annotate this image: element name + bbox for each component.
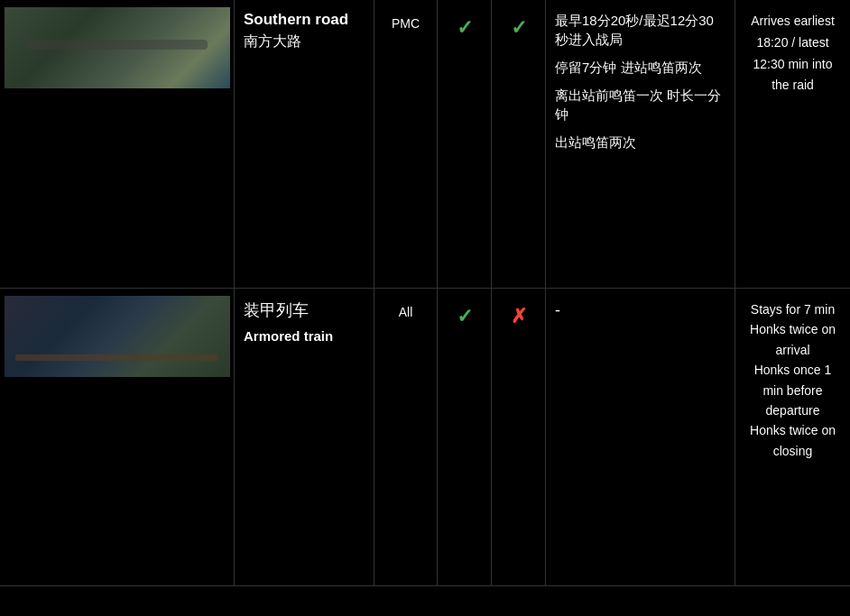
faction-label-armored: All bbox=[399, 305, 413, 319]
info-dash-armored: - bbox=[555, 299, 725, 322]
col-name-armored: 装甲列车 Armored train bbox=[235, 289, 374, 585]
col-info-southern: 最早18分20秒/最迟12分30秒进入战局 停留7分钟 进站鸣笛两次 离出站前鸣… bbox=[546, 0, 735, 288]
name-chinese-southern: 南方大路 bbox=[244, 32, 301, 51]
col-extract-southern: ✓ bbox=[438, 0, 492, 288]
extract-check-southern: ✓ bbox=[457, 16, 473, 40]
table-row-armored: 装甲列车 Armored train All ✓ ✗ - Stays for 7… bbox=[0, 289, 850, 586]
name-chinese-armored: 装甲列车 bbox=[244, 299, 309, 321]
notes-text-southern: Arrives earliest 18:20 / latest 12:30 mi… bbox=[743, 11, 843, 97]
notes-text-armored: Stays for 7 min Honks twice on arrival H… bbox=[743, 299, 843, 461]
col-transit-southern: ✓ bbox=[492, 0, 546, 288]
table-row: Southern road 南方大路 PMC ✓ ✓ 最早18分20秒/最迟12… bbox=[0, 0, 850, 289]
map-image-southern bbox=[5, 7, 230, 88]
armored-train-thumbnail bbox=[5, 296, 230, 377]
col-info-armored: - bbox=[546, 289, 735, 585]
extract-check-armored: ✓ bbox=[457, 305, 473, 328]
col-faction-armored: All bbox=[374, 289, 438, 585]
info-depart: 出站鸣笛两次 bbox=[555, 133, 725, 152]
transit-check-southern: ✓ bbox=[511, 16, 527, 40]
col-faction-southern: PMC bbox=[374, 0, 438, 288]
info-depart-text: 出站鸣笛两次 bbox=[555, 134, 636, 150]
transit-check-armored: ✗ bbox=[511, 305, 527, 328]
info-stay-text: 停留7分钟 进站鸣笛两次 bbox=[555, 60, 702, 75]
map-image-armored bbox=[5, 296, 230, 377]
name-english-armored: Armored train bbox=[244, 328, 333, 344]
info-depart-warn: 离出站前鸣笛一次 时长一分钟 bbox=[555, 86, 725, 124]
name-english-southern: Southern road bbox=[244, 11, 348, 29]
col-image-southern bbox=[0, 0, 235, 288]
col-extract-armored: ✓ bbox=[438, 289, 492, 585]
info-depart-warn-text: 离出站前鸣笛一次 时长一分钟 bbox=[555, 87, 721, 122]
col-notes-southern: Arrives earliest 18:20 / latest 12:30 mi… bbox=[735, 0, 850, 288]
info-stay: 停留7分钟 进站鸣笛两次 bbox=[555, 58, 725, 77]
faction-label-southern: PMC bbox=[392, 16, 420, 31]
table-container: Southern road 南方大路 PMC ✓ ✓ 最早18分20秒/最迟12… bbox=[0, 0, 850, 586]
col-name-southern: Southern road 南方大路 bbox=[235, 0, 374, 288]
col-notes-armored: Stays for 7 min Honks twice on arrival H… bbox=[735, 289, 850, 585]
info-timing: 最早18分20秒/最迟12分30秒进入战局 bbox=[555, 11, 725, 49]
col-transit-armored: ✗ bbox=[492, 289, 546, 585]
info-timing-text: 最早18分20秒/最迟12分30秒进入战局 bbox=[555, 13, 714, 47]
col-image-armored bbox=[0, 289, 235, 585]
southern-road-thumbnail bbox=[5, 7, 230, 88]
